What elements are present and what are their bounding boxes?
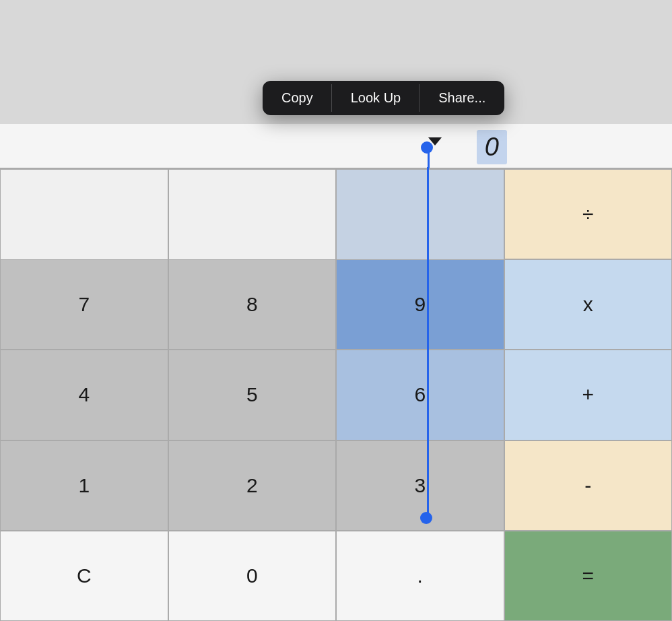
calc-label-9: 9 <box>414 293 426 316</box>
calc-label-2: 2 <box>246 474 258 497</box>
display-value: 0 <box>485 133 499 161</box>
top-area: Copy Look Up Share... 0 <box>0 0 672 168</box>
calc-label-0: 0 <box>246 564 258 587</box>
calc-btn-subtract[interactable]: - <box>504 440 673 531</box>
display-value-wrapper: 0 <box>477 130 507 164</box>
calc-label-subtract: - <box>584 474 591 497</box>
context-menu: Copy Look Up Share... <box>263 81 504 115</box>
calc-label-8: 8 <box>246 293 258 316</box>
calc-label-4: 4 <box>78 383 90 406</box>
calc-btn-0[interactable]: 0 <box>168 531 337 621</box>
calc-btn-decimal[interactable]: . <box>336 531 504 621</box>
calc-btn-empty1 <box>0 169 168 259</box>
calc-btn-divide[interactable]: ÷ <box>504 169 673 259</box>
calc-btn-6[interactable]: 6 <box>336 350 504 440</box>
calc-label-add: + <box>582 383 594 406</box>
calc-btn-5[interactable]: 5 <box>168 350 337 440</box>
context-menu-arrow <box>428 137 442 145</box>
calc-label-7: 7 <box>78 293 90 316</box>
calc-btn-2[interactable]: 2 <box>168 440 337 531</box>
context-menu-copy[interactable]: Copy <box>263 81 332 115</box>
selection-handle-bottom[interactable] <box>420 512 432 524</box>
calc-label-decimal: . <box>417 564 423 587</box>
calculator: ÷789x456+123-C0.= <box>0 168 672 621</box>
calc-btn-clear[interactable]: C <box>0 531 168 621</box>
calc-label-divide: ÷ <box>582 203 593 226</box>
calc-btn-multiply[interactable]: x <box>504 259 673 350</box>
context-menu-share[interactable]: Share... <box>419 81 504 115</box>
calc-label-5: 5 <box>246 383 258 406</box>
context-menu-lookup[interactable]: Look Up <box>332 81 420 115</box>
calc-label-3: 3 <box>414 474 426 497</box>
calc-label-multiply: x <box>583 293 593 316</box>
calc-btn-1[interactable]: 1 <box>0 440 168 531</box>
display-area: 0 <box>0 124 672 168</box>
calc-btn-empty3 <box>336 169 504 259</box>
calc-btn-empty2 <box>168 169 337 259</box>
calc-btn-equals[interactable]: = <box>504 531 673 621</box>
calc-btn-8[interactable]: 8 <box>168 259 337 350</box>
selection-line-middle <box>427 167 429 517</box>
display-selected-bg: 0 <box>477 130 507 164</box>
calc-btn-add[interactable]: + <box>504 350 673 440</box>
calc-btn-9[interactable]: 9 <box>336 259 504 350</box>
calc-btn-7[interactable]: 7 <box>0 259 168 350</box>
calc-label-6: 6 <box>414 383 426 406</box>
calc-label-equals: = <box>582 564 594 587</box>
calc-btn-4[interactable]: 4 <box>0 350 168 440</box>
calc-label-clear: C <box>77 564 92 587</box>
calc-label-1: 1 <box>78 474 90 497</box>
